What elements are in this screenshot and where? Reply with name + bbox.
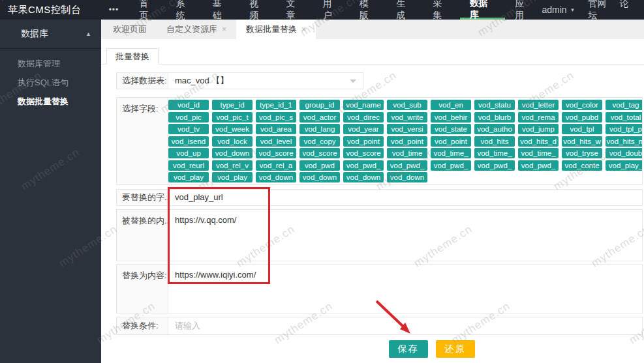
field-button-vod_score[interactable]: vod_score [343, 148, 384, 158]
field-button-vod_tryse[interactable]: vod_tryse [562, 148, 602, 158]
table-select[interactable]: mac_vod 【】 [168, 73, 363, 89]
field-button-vod_conte[interactable]: vod_conte [562, 160, 602, 171]
field-button-vod_pwd_[interactable]: vod_pwd_ [474, 160, 515, 171]
field-button-vod_play[interactable]: vod_play [212, 172, 253, 182]
field-button-vod_point[interactable]: vod_point [431, 136, 471, 147]
field-button-vod_down[interactable]: vod_down [299, 172, 340, 182]
field-button-vod_area[interactable]: vod_area [256, 124, 296, 134]
field-button-vod_time_[interactable]: vod_time_ [474, 148, 515, 158]
field-button-vod_total[interactable]: vod_total [606, 112, 642, 123]
nav-item-用户[interactable]: 用户 [313, 0, 350, 20]
field-button-vod_sub[interactable]: vod_sub [387, 100, 427, 110]
field-button-vod_time[interactable]: vod_time [387, 148, 427, 158]
topbar-link-官网[interactable]: 官网 [588, 0, 606, 8]
field-button-vod_pwd_[interactable]: vod_pwd_ [343, 160, 384, 171]
field-button-vod_rema[interactable]: vod_rema [518, 112, 559, 123]
search-content-textarea[interactable]: https://v.qq.com/ [168, 210, 642, 261]
field-button-vod_hits_w[interactable]: vod_hits_w [562, 136, 602, 147]
field-button-vod_hits[interactable]: vod_hits [474, 136, 515, 147]
field-button-vod_score[interactable]: vod_score [299, 148, 340, 158]
field-button-vod_week[interactable]: vod_week [212, 124, 253, 134]
field-button-type_id[interactable]: type_id [212, 100, 253, 110]
field-button-vod_direc[interactable]: vod_direc [343, 112, 384, 123]
field-button-vod_pic_s[interactable]: vod_pic_s [256, 112, 296, 123]
field-button-vod_jump[interactable]: vod_jump [518, 124, 559, 134]
tab-欢迎页面[interactable]: 欢迎页面 [103, 20, 157, 39]
field-button-vod_time_[interactable]: vod_time_ [431, 148, 471, 158]
tab-batch-replace[interactable]: 批量替换 [106, 48, 159, 65]
field-button-vod_pwd_[interactable]: vod_pwd_ [518, 160, 559, 171]
tab-自定义资源库[interactable]: 自定义资源库× [157, 20, 236, 39]
field-button-vod_time_[interactable]: vod_time_ [518, 148, 559, 158]
field-button-vod_id[interactable]: vod_id [168, 100, 209, 110]
field-button-vod_letter[interactable]: vod_letter [518, 100, 559, 110]
field-button-vod_point[interactable]: vod_point [343, 136, 384, 147]
nav-item-生成[interactable]: 生成 [386, 0, 423, 20]
restore-button[interactable]: 还原 [436, 340, 475, 358]
field-button-vod_reurl[interactable]: vod_reurl [168, 160, 209, 171]
nav-item-基础[interactable]: 基础 [203, 0, 239, 20]
field-button-vod_hits_m[interactable]: vod_hits_m [606, 136, 642, 147]
field-button-vod_autho[interactable]: vod_autho [474, 124, 515, 134]
field-button-vod_pwd_[interactable]: vod_pwd_ [387, 160, 427, 171]
field-button-vod_down[interactable]: vod_down [256, 172, 296, 182]
field-button-vod_rel_v[interactable]: vod_rel_v [212, 160, 253, 171]
field-button-vod_lang[interactable]: vod_lang [299, 124, 340, 134]
field-button-vod_blurb[interactable]: vod_blurb [474, 112, 515, 123]
field-button-vod_write[interactable]: vod_write [387, 112, 427, 123]
tab-数据批量替换[interactable]: 数据批量替换× [236, 20, 316, 39]
field-button-vod_pubd[interactable]: vod_pubd [562, 112, 602, 123]
field-button-vod_tpl[interactable]: vod_tpl [562, 124, 602, 134]
field-button-type_id_1[interactable]: type_id_1 [256, 100, 296, 110]
close-icon[interactable]: × [301, 25, 306, 33]
close-icon[interactable]: × [222, 25, 226, 33]
nav-item-系统[interactable]: 系统 [166, 0, 203, 20]
field-button-vod_down[interactable]: vod_down [387, 172, 427, 182]
field-button-vod_up[interactable]: vod_up [168, 148, 209, 158]
field-button-vod_name[interactable]: vod_name [343, 100, 384, 110]
field-button-vod_versi[interactable]: vod_versi [387, 124, 427, 134]
nav-item-视频[interactable]: 视频 [239, 0, 276, 20]
sidebar-item-数据批量替换[interactable]: 数据批量替换 [0, 92, 101, 111]
field-button-vod_pwd[interactable]: vod_pwd [299, 160, 340, 171]
field-button-vod_year[interactable]: vod_year [343, 124, 384, 134]
field-button-vod_tpl_p[interactable]: vod_tpl_p [606, 124, 642, 134]
field-button-vod_lock[interactable]: vod_lock [212, 136, 253, 147]
sidebar-item-数据库管理[interactable]: 数据库管理 [0, 54, 101, 73]
nav-item-采集[interactable]: 采集 [423, 0, 460, 20]
field-button-vod_copy[interactable]: vod_copy [299, 136, 340, 147]
nav-item-模版[interactable]: 模版 [350, 0, 386, 20]
field-button-vod_pwd_[interactable]: vod_pwd_ [431, 160, 471, 171]
user-menu[interactable]: admin ▼ [542, 5, 575, 15]
field-button-vod_tv[interactable]: vod_tv [168, 124, 209, 134]
field-button-vod_pic_t[interactable]: vod_pic_t [212, 112, 253, 123]
replace-content-textarea[interactable]: https://www.iqiyi.com/ [168, 265, 642, 313]
field-button-vod_score[interactable]: vod_score [256, 148, 296, 158]
field-button-vod_level[interactable]: vod_level [256, 136, 296, 147]
field-button-vod_color[interactable]: vod_color [562, 100, 602, 110]
field-button-vod_rel_a[interactable]: vod_rel_a [256, 160, 296, 171]
field-button-vod_play_[interactable]: vod_play_ [606, 160, 642, 171]
field-button-vod_isend[interactable]: vod_isend [168, 136, 209, 147]
field-button-vod_en[interactable]: vod_en [431, 100, 471, 110]
replace-field-input[interactable] [168, 190, 642, 205]
field-button-vod_tag[interactable]: vod_tag [606, 100, 642, 110]
field-button-vod_behir[interactable]: vod_behir [431, 112, 471, 123]
field-button-vod_doub[interactable]: vod_doub [606, 148, 642, 158]
nav-item-文章[interactable]: 文章 [276, 0, 313, 20]
field-button-vod_play[interactable]: vod_play [168, 172, 209, 182]
nav-item-首页[interactable]: 首页 [129, 0, 166, 20]
condition-input[interactable] [168, 317, 642, 334]
nav-fold-icon[interactable]: ••• [99, 0, 130, 20]
field-button-vod_statu[interactable]: vod_statu [474, 100, 515, 110]
field-button-vod_down[interactable]: vod_down [343, 172, 384, 182]
field-button-vod_pic[interactable]: vod_pic [168, 112, 209, 123]
nav-item-数据库[interactable]: 数据库 [460, 0, 505, 20]
field-button-vod_state[interactable]: vod_state [431, 124, 471, 134]
nav-item-应用[interactable]: 应用 [505, 0, 542, 20]
save-button[interactable]: 保存 [389, 340, 428, 358]
field-button-vod_point[interactable]: vod_point [387, 136, 427, 147]
sidebar-item-执行SQL语句[interactable]: 执行SQL语句 [0, 73, 101, 92]
field-button-vod_actor[interactable]: vod_actor [299, 112, 340, 123]
field-button-vod_down[interactable]: vod_down [212, 148, 253, 158]
